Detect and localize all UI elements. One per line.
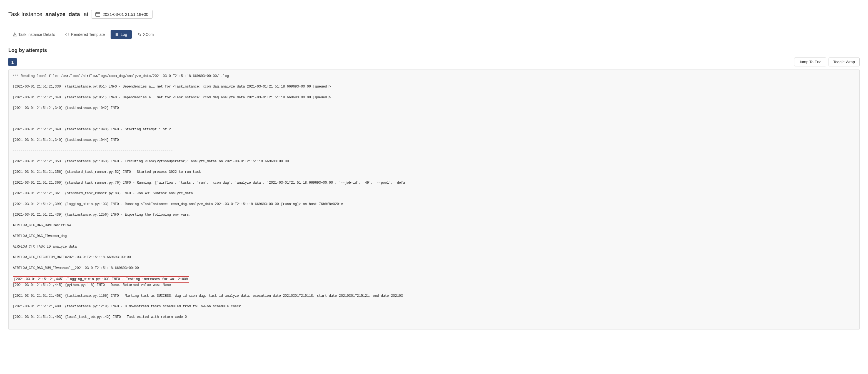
log-line: AIRFLOW_CTX_TASK_ID=analyze_data bbox=[13, 244, 855, 250]
log-container: *** Reading local file: /usr/local/airfl… bbox=[8, 69, 860, 330]
log-section-title: Log by attempts bbox=[8, 48, 860, 53]
log-line: [2021-03-01 21:51:21,458] {taskinstance.… bbox=[13, 293, 855, 299]
tab-xcom-label: XCom bbox=[143, 32, 154, 37]
tab-task-instance-details-label: Task Instance Details bbox=[18, 32, 55, 37]
log-line: AIRFLOW_CTX_DAG_OWNER=airflow bbox=[13, 223, 855, 228]
tab-log[interactable]: Log bbox=[111, 30, 131, 39]
log-line: [2021-03-01 21:51:21,340] {taskinstance.… bbox=[13, 105, 855, 111]
code-icon bbox=[65, 32, 69, 36]
task-instance-label: Task Instance: bbox=[8, 11, 44, 17]
triangle-warning-icon bbox=[13, 32, 17, 36]
log-line: [2021-03-01 21:51:21,356] {standard_task… bbox=[13, 169, 855, 175]
toggle-wrap-button[interactable]: Toggle Wrap bbox=[829, 58, 860, 66]
log-line: *** Reading local file: /usr/local/airfl… bbox=[13, 74, 855, 79]
page-title: Task Instance: analyze_data at bbox=[8, 11, 88, 18]
attempts-header: 1 Jump To End Toggle Wrap bbox=[8, 58, 860, 66]
log-line: [2021-03-01 21:51:21,445] {python.py:118… bbox=[13, 283, 855, 288]
tab-xcom[interactable]: XCom bbox=[133, 30, 158, 39]
log-line: [2021-03-01 21:51:21,361] {standard_task… bbox=[13, 191, 855, 196]
attempt-badge: 1 bbox=[8, 58, 17, 66]
page-header: Task Instance: analyze_data at 2021-03-0… bbox=[8, 5, 860, 23]
log-line: [2021-03-01 21:51:21,493] {local_task_jo… bbox=[13, 315, 855, 320]
tab-rendered-template-label: Rendered Template bbox=[71, 32, 105, 37]
svg-point-6 bbox=[14, 35, 15, 36]
calendar-icon bbox=[95, 12, 100, 17]
log-controls: Jump To End Toggle Wrap bbox=[794, 58, 860, 66]
page-container: Task Instance: analyze_data at 2021-03-0… bbox=[0, 0, 868, 335]
log-line: [2021-03-01 21:51:21,360] {standard_task… bbox=[13, 180, 855, 186]
log-line: AIRFLOW_CTX_EXECUTION_DATE=2021-03-01T21… bbox=[13, 255, 855, 260]
log-section: Log by attempts 1 Jump To End Toggle Wra… bbox=[8, 48, 860, 330]
tab-log-label: Log bbox=[121, 32, 127, 37]
log-line: AIRFLOW_CTX_DAG_RUN_ID=manual__2021-03-0… bbox=[13, 266, 855, 271]
log-line: [2021-03-01 21:51:21,340] {taskinstance.… bbox=[13, 95, 855, 100]
log-line: [2021-03-01 21:51:21,353] {taskinstance.… bbox=[13, 159, 855, 164]
svg-rect-0 bbox=[96, 12, 100, 17]
log-line: [2021-03-01 21:51:21,340] {taskinstance.… bbox=[13, 127, 855, 132]
tab-rendered-template[interactable]: Rendered Template bbox=[61, 30, 109, 39]
log-line: ----------------------------------------… bbox=[13, 117, 855, 122]
log-line: ----------------------------------------… bbox=[13, 148, 855, 154]
log-line: AIRFLOW_CTX_DAG_ID=xcom_dag bbox=[13, 234, 855, 239]
log-line-highlighted: [2021-03-01 21:51:21,445] {logging_mixin… bbox=[13, 276, 189, 283]
at-label: at bbox=[84, 11, 88, 17]
date-badge: 2021-03-01 21:51:18+00 bbox=[91, 10, 153, 19]
jump-to-end-button[interactable]: Jump To End bbox=[794, 58, 826, 66]
arrows-icon bbox=[137, 32, 142, 36]
list-icon bbox=[115, 32, 119, 36]
datetime-display: 2021-03-01 21:51:18+00 bbox=[102, 12, 148, 17]
task-name: analyze_data bbox=[45, 11, 80, 17]
log-line: [2021-03-01 21:51:21,399] {logging_mixin… bbox=[13, 202, 855, 207]
log-line: [2021-03-01 21:51:21,340] {taskinstance.… bbox=[13, 137, 855, 143]
tab-task-instance-details[interactable]: Task Instance Details bbox=[8, 30, 59, 39]
log-line: [2021-03-01 21:51:21,480] {taskinstance.… bbox=[13, 304, 855, 309]
log-line: [2021-03-01 21:51:21,439] {taskinstance.… bbox=[13, 212, 855, 218]
log-line: [2021-03-01 21:51:21,330] {taskinstance.… bbox=[13, 84, 855, 90]
nav-tabs: Task Instance Details Rendered Template … bbox=[8, 27, 860, 42]
